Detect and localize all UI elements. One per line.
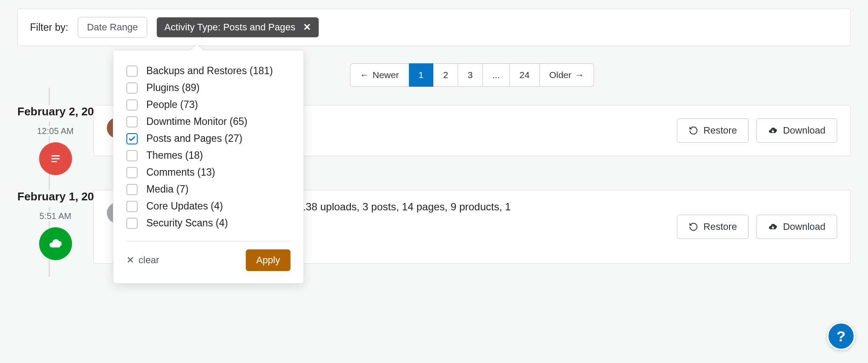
cloud-download-icon (768, 126, 778, 135)
download-label: Download (783, 221, 825, 232)
arrow-left-icon: ← (360, 70, 369, 80)
dropdown-label: People (73) (146, 99, 198, 111)
dropdown-row[interactable]: Backups and Restores (181) (126, 62, 290, 79)
filter-bar: Filter by: Date Range Activity Type: Pos… (17, 9, 851, 46)
download-button[interactable]: Download (756, 118, 837, 143)
dropdown-separator (126, 241, 290, 242)
arrow-right-icon: → (575, 70, 584, 80)
dropdown-row[interactable]: Downtime Monitor (65) (126, 113, 290, 130)
pager-newer[interactable]: ← Newer (350, 63, 409, 87)
checkbox-icon[interactable] (126, 201, 138, 212)
dropdown-row[interactable]: Media (7) (126, 181, 290, 198)
activity-time: 5:51 AM (17, 211, 93, 221)
pager-newer-label: Newer (373, 70, 399, 80)
filter-label: Filter by: (30, 22, 68, 33)
restore-button[interactable]: Restore (677, 215, 749, 239)
restore-label: Restore (703, 125, 737, 136)
checkbox-icon[interactable] (126, 218, 138, 229)
download-label: Download (783, 125, 825, 136)
clear-button[interactable]: ✕ clear (126, 255, 159, 266)
pager-older[interactable]: Older → (540, 63, 594, 87)
checkbox-icon[interactable] (126, 150, 138, 161)
pager-page[interactable]: 2 (433, 63, 458, 87)
dropdown-row[interactable]: Themes (18) (126, 147, 290, 164)
restore-icon (689, 222, 698, 232)
checkbox-icon[interactable] (126, 167, 138, 178)
date-heading: February 2, 20 (17, 105, 93, 122)
checkbox-icon[interactable] (126, 82, 138, 94)
dropdown-label: Security Scans (4) (146, 217, 228, 229)
pager: ← Newer 1 2 3 ... 24 Older → (350, 63, 594, 87)
svg-rect-0 (51, 155, 59, 157)
svg-rect-2 (51, 161, 56, 162)
dropdown-row[interactable]: Core Updates (4) (126, 198, 290, 215)
restore-label: Restore (703, 221, 737, 232)
checkbox-icon[interactable] (126, 133, 138, 144)
checkbox-icon[interactable] (126, 116, 138, 128)
checkbox-icon[interactable] (126, 184, 138, 195)
activity-type-dropdown: Backups and Restores (181) Plugins (89) … (113, 50, 304, 284)
svg-rect-1 (51, 158, 59, 160)
chip-remove-icon[interactable]: ✕ (303, 22, 311, 33)
apply-button[interactable]: Apply (246, 249, 290, 271)
date-range-button[interactable]: Date Range (78, 17, 147, 38)
pager-ellipsis: ... (483, 63, 510, 87)
dropdown-label: Backups and Restores (181) (146, 65, 273, 77)
pager-page[interactable]: 1 (409, 63, 434, 87)
dropdown-label: Plugins (89) (146, 82, 200, 94)
dropdown-row[interactable]: People (73) (126, 96, 290, 113)
activity-dot-post-icon (39, 142, 72, 175)
restore-icon (689, 126, 698, 135)
dropdown-row[interactable]: Posts and Pages (27) (126, 130, 290, 147)
download-button[interactable]: Download (756, 215, 837, 239)
close-icon: ✕ (126, 255, 134, 266)
pager-page[interactable]: 3 (458, 63, 483, 87)
clear-label: clear (139, 255, 159, 266)
dropdown-row[interactable]: Plugins (89) (126, 79, 290, 96)
checkbox-icon[interactable] (126, 65, 138, 77)
dropdown-label: Themes (18) (146, 150, 203, 161)
restore-button[interactable]: Restore (677, 118, 749, 143)
cloud-download-icon (768, 222, 778, 232)
activity-dot-backup-icon (39, 227, 72, 260)
pager-page[interactable]: 24 (510, 63, 539, 87)
dropdown-row[interactable]: Security Scans (4) (126, 215, 290, 232)
checkbox-icon[interactable] (126, 99, 138, 111)
dropdown-label: Downtime Monitor (65) (146, 116, 248, 128)
dropdown-label: Core Updates (4) (146, 200, 223, 212)
pager-older-label: Older (549, 70, 571, 80)
help-fab[interactable]: ? (827, 322, 855, 350)
date-heading: February 1, 20 (17, 190, 93, 207)
dropdown-label: Comments (13) (146, 167, 215, 178)
dropdown-row[interactable]: Comments (13) (126, 164, 290, 181)
activity-type-chip[interactable]: Activity Type: Posts and Pages ✕ (157, 17, 319, 37)
chip-label: Activity Type: Posts and Pages (165, 22, 296, 33)
dropdown-label: Posts and Pages (27) (146, 133, 242, 144)
dropdown-label: Media (7) (146, 183, 188, 195)
activity-time: 12:05 AM (17, 126, 93, 136)
